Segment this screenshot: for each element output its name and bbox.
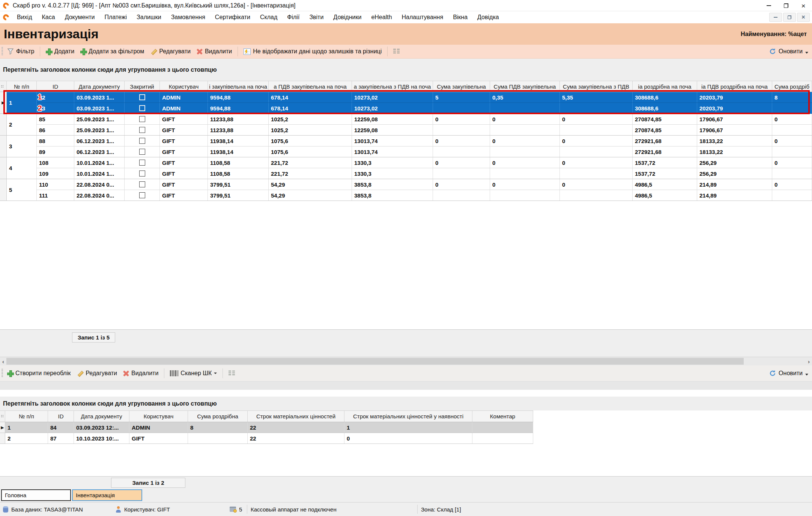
column-header-10[interactable]: Сума ПДВ закупівельна [490,81,560,92]
menu-item-11[interactable]: eHealth [366,14,397,21]
table-row[interactable]: 8303.09.2023 1...ADMIN9594,88678,1410273… [37,103,812,114]
edit-recount-button[interactable]: Редагувати [75,369,119,378]
column-header-6[interactable]: Строк матеріальних цінностей [248,411,344,422]
column-header-8[interactable]: а закупівельна з ПДВ на поча [352,81,433,92]
table-row-group[interactable]: ▶18203.09.2023 1...ADMIN9594,88678,14102… [0,92,812,114]
menu-item-4[interactable]: Залишки [132,14,166,21]
table-row-group[interactable]: 410810.01.2024 1...GIFT1108,58221,721330… [0,157,812,179]
scroll-right-arrow[interactable]: › [806,357,812,365]
column-header-7[interactable]: а ПДВ закупівельна на поча [269,81,352,92]
menu-item-5[interactable]: Замовлення [166,14,210,21]
menu-item-13[interactable]: Вікна [448,14,472,21]
toolbar-grip[interactable] [2,47,3,56]
toolbar-grip[interactable] [2,369,3,378]
column-header-9[interactable]: Сума закупівельна [433,81,490,92]
column-chooser-button[interactable] [391,48,401,56]
column-chooser-button[interactable] [227,370,237,377]
closed-checkbox[interactable] [139,181,145,187]
table-row[interactable]: 10810.01.2024 1...GIFT1108,58221,721330,… [37,157,812,168]
table-row[interactable]: 8625.09.2023 1...GIFT11233,881025,212259… [37,125,812,136]
menu-item-0[interactable]: Вихід [12,14,37,21]
minimize-button[interactable] [760,0,777,11]
menu-item-1[interactable]: Каса [37,14,60,21]
table-row-group[interactable]: 511022.08.2024 0...GIFT3799,5154,293853,… [0,179,812,201]
filter-button[interactable]: Фільтр [5,47,36,56]
tab-home[interactable]: Головна [1,489,71,501]
add-button[interactable]: Додати [44,47,76,56]
barcode-scanner-button[interactable]: Сканер ШК [168,369,219,378]
column-header-11[interactable]: Сума закупівельна з ПДВ [560,81,633,92]
scroll-left-arrow[interactable]: ‹ [0,357,6,365]
delete-button[interactable]: Видалити [195,47,234,56]
closed-checkbox[interactable] [139,127,145,133]
scrollbar-thumb[interactable] [6,358,744,365]
table-row[interactable]: 8203.09.2023 1...ADMIN9594,88678,1410273… [37,92,812,103]
cell-col-4 [125,179,160,190]
closed-checkbox[interactable] [139,160,145,166]
table-row[interactable]: ▶18403.09.2023 12:...ADMIN8221 [0,422,533,433]
column-header-7[interactable]: Строк матеріальних цінностей у наявності [344,411,472,422]
table-row-group[interactable]: 38806.12.2023 1...GIFT11938,141075,61301… [0,136,812,157]
column-header-0[interactable] [0,411,5,422]
group-by-panel[interactable]: Перетягніть заголовок колонки сюди для у… [0,59,812,81]
refresh-button[interactable]: Оновити [769,48,808,55]
mdi-restore-button[interactable] [783,13,796,22]
delete-recount-button[interactable]: Видалити [121,369,160,378]
column-header-2[interactable]: ID [37,81,74,92]
closed-checkbox[interactable] [139,170,145,177]
mdi-minimize-button[interactable] [769,13,782,22]
add-by-filter-button[interactable]: Додати за фільтром [78,47,146,56]
table-row[interactable]: 28710.10.2023 10:...GIFT220 [0,433,533,444]
menu-item-10[interactable]: Довідники [328,14,366,21]
horizontal-scrollbar[interactable]: ‹ › [0,357,812,365]
table-row[interactable]: 10910.01.2024 1...GIFT1108,58221,721330,… [37,168,812,179]
column-header-6[interactable]: і закупівельна на поча [208,81,269,92]
menu-item-6[interactable]: Сертифікати [210,14,255,21]
closed-checkbox[interactable] [139,138,145,144]
menu-item-9[interactable]: Звіти [304,14,328,21]
restore-button[interactable] [777,0,795,11]
closed-checkbox[interactable] [139,94,145,100]
closed-checkbox[interactable] [139,192,145,198]
refresh-recount-button[interactable]: Оновити [769,370,808,377]
group-rows: 8806.12.2023 1...GIFT11938,141075,613013… [37,136,812,157]
column-header-0[interactable] [0,81,7,92]
column-header-8[interactable]: Коментар [472,411,533,422]
column-header-1[interactable]: № п/п [5,411,48,422]
column-header-5[interactable]: Користувач [160,81,208,92]
cell-col-1: 1 [5,422,48,433]
group-by-panel-recount[interactable]: Перетягніть заголовок колонки сюди для у… [0,397,812,410]
table-row[interactable]: 11122.08.2024 0...GIFT3799,5154,293853,8… [37,190,812,201]
table-row[interactable]: 8906.12.2023 1...GIFT11938,141075,613013… [37,146,812,157]
column-header-1[interactable]: № п/п [7,81,37,92]
menu-item-12[interactable]: Налаштування [397,14,448,21]
menu-item-8[interactable]: Філії [282,14,304,21]
column-header-3[interactable]: Дата документу [74,411,129,422]
column-header-3[interactable]: Дата документу [74,81,125,92]
column-header-2[interactable]: ID [48,411,74,422]
column-header-5[interactable]: Сума роздрібна [188,411,248,422]
menu-item-14[interactable]: Довідка [472,14,504,21]
menu-item-7[interactable]: Склад [255,14,282,21]
column-header-4[interactable]: Закритий [125,81,160,92]
table-row[interactable]: 11022.08.2024 0...GIFT3799,5154,293853,8… [37,179,812,190]
closed-checkbox[interactable] [139,116,145,122]
column-header-14[interactable]: Сума роздріб [772,81,812,92]
create-recount-button[interactable]: Створити переоблік [5,369,72,378]
close-button[interactable]: × [795,0,812,11]
table-row[interactable]: 8806.12.2023 1...GIFT11938,141075,613013… [37,136,812,146]
column-header-13[interactable]: іа ПДВ роздрібна на поча [697,81,772,92]
closed-checkbox[interactable] [139,105,145,111]
menu-item-2[interactable]: Документи [60,14,100,21]
closed-checkbox[interactable] [139,149,145,155]
edit-button[interactable]: Редагувати [148,47,192,56]
table-row[interactable]: 8525.09.2023 1...GIFT11233,881025,212259… [37,114,812,125]
mdi-close-button[interactable]: × [797,13,810,22]
column-header-4[interactable]: Користувач [129,411,188,422]
tab-inventory[interactable]: Інвентаризація [72,489,142,501]
table-row-group[interactable]: 28525.09.2023 1...GIFT11233,881025,21225… [0,114,812,136]
cell-col-14: 0 [772,114,812,124]
menu-item-3[interactable]: Платежі [100,14,132,21]
hide-balances-button[interactable]: Не відображати дані щодо залишків та різ… [242,47,383,56]
column-header-12[interactable]: іа роздрібна на поча [633,81,697,92]
